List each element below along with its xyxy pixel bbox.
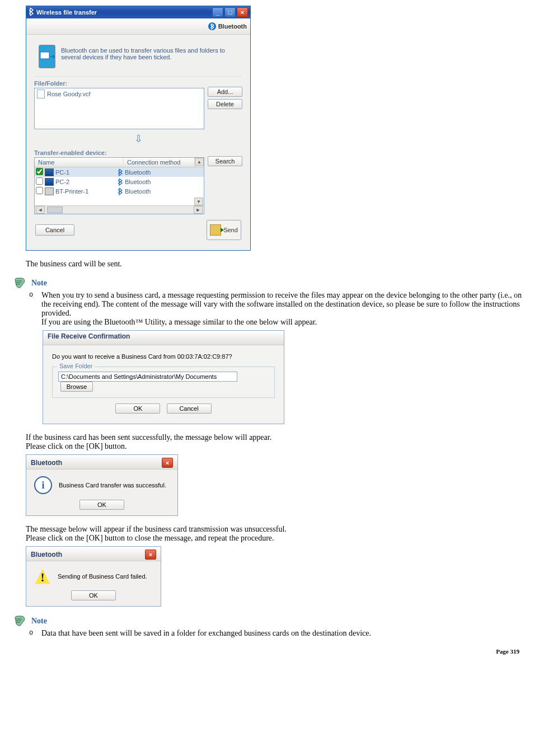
horizontal-scrollbar[interactable]: ◄ ►	[35, 205, 204, 214]
close-icon[interactable]: ×	[162, 458, 173, 468]
body-text: The business card will be sent.	[26, 260, 524, 269]
dialog-text: Sending of Business Card failed.	[58, 573, 147, 580]
search-button[interactable]: Search	[208, 156, 242, 166]
dialog-title: File Receive Confirmation	[43, 331, 284, 345]
bluetooth-icon	[208, 22, 216, 30]
body-text: If the business card has been sent succe…	[26, 433, 524, 451]
intro-text: Bluetooth can be used to transfer variou…	[61, 45, 238, 68]
wireless-file-transfer-window: Wireless file transfer _ □ × Bluetooth B…	[26, 6, 251, 251]
page-footer: Page 319	[9, 648, 524, 655]
success-message-dialog: Bluetooth × i Business Card transfer was…	[26, 454, 178, 516]
send-button[interactable]: Send	[207, 220, 241, 240]
printer-icon	[45, 187, 54, 195]
dialog-text: Business Card transfer was successful.	[59, 482, 166, 489]
save-folder-fieldset: Save Folder C:\Documents and Settings\Ad…	[52, 367, 275, 398]
svg-rect-1	[40, 52, 49, 59]
note-icon	[13, 278, 26, 289]
note-heading: Note	[13, 616, 524, 627]
send-icon	[210, 224, 221, 236]
file-list-item[interactable]: Rose Goody.vcf	[37, 90, 202, 98]
device-list-header: Name Connection method ▲	[35, 158, 204, 167]
minimize-button[interactable]: _	[212, 7, 223, 17]
toolbar: Bluetooth	[26, 18, 250, 35]
bluetooth-brand-label: Bluetooth	[208, 22, 247, 30]
file-receive-confirmation-dialog: File Receive Confirmation Do you want to…	[43, 330, 284, 424]
cancel-button[interactable]: Cancel	[167, 403, 212, 414]
bluetooth-icon	[118, 168, 123, 176]
arrow-down-icon: ⇩	[34, 129, 242, 146]
note-heading: Note	[13, 278, 524, 289]
scroll-up-icon[interactable]: ▲	[195, 158, 204, 166]
intro-panel: Bluetooth can be used to transfer variou…	[34, 40, 242, 77]
device-checkbox[interactable]	[36, 187, 43, 194]
column-name[interactable]: Name	[35, 158, 124, 167]
bluetooth-app-icon	[29, 8, 34, 17]
transfer-graphic-icon	[39, 45, 55, 68]
add-button[interactable]: Add...	[208, 87, 242, 97]
maximize-button[interactable]: □	[224, 7, 236, 17]
file-folder-label: File/Folder:	[34, 80, 242, 87]
scroll-thumb[interactable]	[47, 206, 63, 213]
ok-button[interactable]: OK	[71, 590, 116, 600]
device-list[interactable]: Name Connection method ▲ PC-1 Bluetooth …	[34, 157, 204, 214]
scroll-left-icon[interactable]: ◄	[36, 206, 45, 214]
browse-button[interactable]: Browse	[60, 382, 93, 392]
device-checkbox[interactable]	[36, 168, 43, 175]
bluetooth-icon	[118, 178, 123, 186]
note-list-item: Data that have been sent will be saved i…	[26, 629, 524, 638]
ok-button[interactable]: OK	[115, 403, 160, 414]
computer-icon	[45, 168, 54, 176]
body-text: The message below will appear if the bus…	[26, 525, 524, 543]
device-row[interactable]: PC-1 Bluetooth	[35, 167, 204, 177]
info-icon: i	[34, 476, 52, 494]
device-checkbox[interactable]	[36, 177, 43, 185]
dialog-title: Bluetooth ×	[26, 455, 177, 469]
bluetooth-icon	[118, 187, 123, 195]
ok-button[interactable]: OK	[79, 500, 124, 510]
close-icon[interactable]: ×	[145, 550, 156, 560]
delete-button[interactable]: Delete	[208, 99, 242, 109]
save-folder-legend: Save Folder	[57, 363, 95, 369]
device-row[interactable]: BT-Printer-1 Bluetooth	[35, 186, 204, 196]
device-row[interactable]: PC-2 Bluetooth	[35, 177, 204, 186]
dialog-question: Do you want to receive a Business Card f…	[52, 353, 275, 360]
save-folder-input[interactable]: C:\Documents and Settings\Administrator\…	[58, 372, 237, 382]
vcard-icon	[37, 90, 45, 98]
computer-icon	[45, 178, 54, 186]
scroll-down-icon[interactable]: ▼	[194, 198, 203, 205]
file-list[interactable]: Rose Goody.vcf	[34, 88, 204, 129]
scroll-right-icon[interactable]: ►	[194, 206, 203, 214]
note-list-item: When you try to send a business card, a …	[26, 291, 524, 327]
warning-icon: !	[34, 568, 51, 585]
window-titlebar: Wireless file transfer _ □ ×	[26, 6, 250, 18]
fail-message-dialog: Bluetooth × ! Sending of Business Card f…	[26, 546, 161, 607]
note-icon	[13, 616, 26, 627]
close-button[interactable]: ×	[237, 7, 248, 17]
window-title: Wireless file transfer	[36, 9, 97, 16]
device-section-label: Transfer-enabled device:	[34, 149, 242, 156]
dialog-title: Bluetooth ×	[26, 547, 161, 561]
column-connection[interactable]: Connection method	[124, 158, 195, 167]
cancel-button[interactable]: Cancel	[35, 224, 74, 236]
